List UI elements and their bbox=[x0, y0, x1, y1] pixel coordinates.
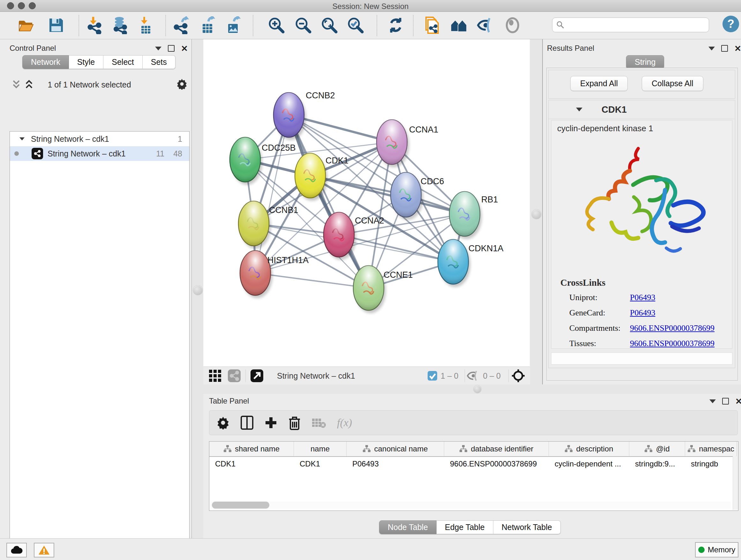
crosslink-link[interactable]: 9606.ENSP00000378699 bbox=[630, 339, 715, 348]
left-splitter-handle[interactable] bbox=[193, 285, 203, 295]
network-node-CDC25B[interactable] bbox=[230, 137, 262, 185]
network-canvas[interactable]: CCNB2CCNA1CDC25BCDK1CDC6RB1CCNB1CCNA2CDK… bbox=[203, 39, 530, 367]
results-scrollbar-track[interactable] bbox=[551, 353, 732, 365]
zoom-selected-button[interactable] bbox=[347, 16, 364, 34]
zoom-out-button[interactable] bbox=[294, 16, 312, 34]
column-header-namespac[interactable]: namespac bbox=[685, 442, 737, 456]
table-row[interactable]: CDK1CDK1P064939606.ENSP00000378699cyclin… bbox=[209, 457, 738, 471]
column-header-canonical-name[interactable]: canonical name bbox=[347, 442, 444, 456]
collapse-all-button[interactable]: Collapse All bbox=[642, 76, 703, 91]
column-header-database-identifier[interactable]: database identifier bbox=[444, 442, 549, 456]
column-header-shared-name[interactable]: shared name bbox=[209, 442, 294, 456]
detach-view-icon[interactable] bbox=[250, 369, 264, 382]
selected-checkbox-icon[interactable] bbox=[427, 371, 437, 381]
table-cell[interactable]: cyclin-dependent ... bbox=[549, 457, 629, 471]
hide-selected-button[interactable] bbox=[477, 16, 495, 34]
crosslink-link[interactable]: P06493 bbox=[630, 293, 655, 302]
column-header-description[interactable]: description bbox=[549, 442, 629, 456]
expand-all-button[interactable]: Expand All bbox=[570, 76, 628, 91]
show-hidden-button-disabled[interactable] bbox=[503, 16, 522, 34]
left-splitter[interactable] bbox=[192, 39, 203, 538]
open-session-button[interactable] bbox=[17, 16, 35, 34]
tree-expand-icon[interactable] bbox=[19, 137, 24, 140]
column-header-@id[interactable]: @id bbox=[629, 442, 685, 456]
import-network-from-database-button[interactable] bbox=[111, 16, 129, 34]
table-hscrollbar[interactable] bbox=[211, 502, 731, 509]
network-panel-options-button[interactable] bbox=[176, 78, 188, 90]
network-node-CCNE1[interactable] bbox=[353, 266, 386, 313]
float-panel-icon[interactable] bbox=[709, 47, 715, 51]
float-panel-icon[interactable] bbox=[155, 47, 161, 51]
horizontal-splitter[interactable] bbox=[203, 384, 741, 394]
export-image-button[interactable] bbox=[224, 16, 242, 34]
network-node-CCNB1[interactable] bbox=[239, 201, 271, 249]
network-edge[interactable] bbox=[255, 115, 289, 273]
tab-select[interactable]: Select bbox=[104, 55, 142, 69]
create-column-plus-icon[interactable] bbox=[264, 416, 278, 429]
network-graph[interactable]: CCNB2CCNA1CDC25BCDK1CDC6RB1CCNB1CCNA2CDK… bbox=[203, 39, 530, 367]
tab-node-table[interactable]: Node Table bbox=[379, 520, 436, 534]
network-node-RB1[interactable] bbox=[449, 192, 482, 239]
close-panel-icon[interactable]: ✕ bbox=[734, 45, 741, 52]
apply-layout-button[interactable] bbox=[387, 16, 405, 34]
tab-string[interactable]: String bbox=[626, 55, 664, 69]
export-table-button[interactable] bbox=[199, 16, 216, 34]
network-node-CCNB2[interactable] bbox=[273, 92, 306, 140]
new-network-from-selection-button[interactable] bbox=[423, 16, 441, 34]
table-options-gear-icon[interactable] bbox=[216, 416, 230, 429]
network-node-CDKN1A[interactable] bbox=[438, 240, 470, 287]
right-splitter-handle[interactable] bbox=[531, 209, 542, 219]
float-panel-icon[interactable] bbox=[710, 399, 716, 403]
warnings-button[interactable] bbox=[34, 543, 54, 557]
gene-section-header[interactable]: CDK1 bbox=[549, 100, 735, 119]
crosslink-link[interactable]: P06493 bbox=[630, 308, 655, 318]
tab-network-table[interactable]: Network Table bbox=[493, 520, 561, 534]
table-hscrollbar-thumb[interactable] bbox=[212, 502, 269, 509]
cloud-status-button[interactable] bbox=[6, 543, 27, 557]
help-button[interactable]: ? bbox=[722, 15, 740, 33]
maximize-panel-icon[interactable] bbox=[721, 45, 728, 52]
zoom-fit-button[interactable] bbox=[320, 16, 338, 34]
maximize-panel-icon[interactable] bbox=[722, 398, 729, 405]
export-network-button[interactable] bbox=[172, 16, 190, 34]
network-view-mode-icon[interactable] bbox=[227, 369, 241, 382]
column-header-name[interactable]: name bbox=[294, 442, 347, 456]
search-field[interactable] bbox=[552, 17, 709, 32]
birdseye-toggle-icon[interactable] bbox=[511, 369, 525, 383]
show-columns-icon[interactable] bbox=[241, 416, 253, 430]
hidden-eye-icon[interactable] bbox=[467, 370, 480, 381]
table-cell[interactable]: P06493 bbox=[347, 457, 444, 471]
table-panel-tabs: Node Table Edge Table Network Table bbox=[379, 520, 561, 534]
table-vscrollbar[interactable] bbox=[733, 456, 738, 510]
tab-edge-table[interactable]: Edge Table bbox=[436, 520, 493, 534]
section-expand-icon[interactable] bbox=[576, 108, 583, 111]
network-row-selected[interactable]: String Network – cdk1 11 48 bbox=[10, 146, 189, 161]
grid-view-icon[interactable] bbox=[208, 369, 222, 382]
network-collection-row[interactable]: String Network – cdk1 1 bbox=[10, 132, 189, 146]
tab-network[interactable]: Network bbox=[22, 55, 69, 69]
import-table-icon bbox=[137, 16, 154, 34]
table-cell[interactable]: stringdb bbox=[685, 457, 737, 471]
table-cell[interactable]: CDK1 bbox=[294, 457, 347, 471]
tab-style[interactable]: Style bbox=[69, 55, 104, 69]
network-node-CDC6[interactable] bbox=[391, 172, 423, 220]
show-all-nodes-button[interactable] bbox=[450, 16, 468, 34]
close-panel-icon[interactable]: ✕ bbox=[181, 45, 188, 52]
table-cell[interactable]: 9606.ENSP00000378699 bbox=[444, 457, 549, 471]
close-panel-icon[interactable]: ✕ bbox=[735, 398, 741, 405]
zoom-in-button[interactable] bbox=[267, 16, 285, 34]
import-network-button[interactable] bbox=[85, 16, 104, 34]
import-table-button[interactable] bbox=[137, 16, 154, 34]
table-cell[interactable]: CDK1 bbox=[209, 457, 294, 471]
function-builder-button-disabled[interactable]: f(x) bbox=[337, 417, 352, 429]
table-cell[interactable]: stringdb:9... bbox=[629, 457, 685, 471]
maximize-panel-icon[interactable] bbox=[168, 45, 175, 52]
delete-table-icon-disabled[interactable] bbox=[312, 417, 326, 428]
right-splitter[interactable] bbox=[530, 39, 543, 384]
crosslink-link[interactable]: 9606.ENSP00000378699 bbox=[630, 323, 715, 333]
tab-sets[interactable]: Sets bbox=[143, 55, 176, 69]
save-session-button[interactable] bbox=[47, 16, 65, 34]
horizontal-splitter-handle[interactable] bbox=[473, 385, 482, 393]
memory-button[interactable]: Memory bbox=[695, 542, 738, 557]
delete-column-trash-icon[interactable] bbox=[288, 415, 300, 430]
